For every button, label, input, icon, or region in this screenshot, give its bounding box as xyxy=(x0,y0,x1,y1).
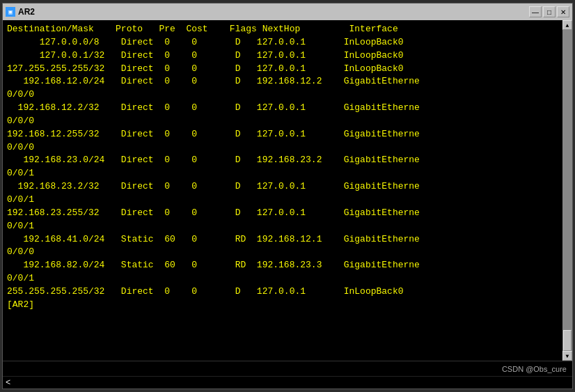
scroll-track[interactable] xyxy=(562,30,572,351)
table-row: 192.168.23.0/24 Direct 0 0 D 192.168.23.… xyxy=(7,154,549,167)
table-row: 0/0/0 xyxy=(7,246,549,259)
table-row: 192.168.12.0/24 Direct 0 0 D 192.168.12.… xyxy=(7,75,549,88)
table-row: 192.168.23.2/32 Direct 0 0 D 127.0.0.1 G… xyxy=(7,180,549,194)
table-row: 0/0/0 xyxy=(7,88,549,102)
bottom-arrow: < xyxy=(6,378,10,388)
terminal[interactable]: Destination/Mask Proto Pre Cost Flags Ne… xyxy=(3,20,562,361)
table-row: 0/0/1 xyxy=(7,194,549,207)
table-row: 127.0.0.0/8 Direct 0 0 D 127.0.0.1 InLoo… xyxy=(7,36,549,49)
terminal-output: Destination/Mask Proto Pre Cost Flags Ne… xyxy=(3,20,553,315)
title-bar: ▣ AR2 — □ ✕ xyxy=(3,3,572,20)
table-row: 0/0/1 xyxy=(7,167,549,180)
status-text: CSDN @Obs_cure xyxy=(502,365,567,373)
app-icon: ▣ xyxy=(6,7,15,17)
close-button[interactable]: ✕ xyxy=(557,6,569,17)
table-header: Destination/Mask Proto Pre Cost Flags Ne… xyxy=(7,23,549,36)
table-row: 127.255.255.255/32 Direct 0 0 D 127.0.0.… xyxy=(7,63,549,76)
scroll-thumb[interactable] xyxy=(563,330,572,351)
table-row: 192.168.41.0/24 Static 60 0 RD 192.168.1… xyxy=(7,233,549,246)
minimize-button[interactable]: — xyxy=(529,6,542,17)
table-row: 192.168.82.0/24 Static 60 0 RD 192.168.2… xyxy=(7,259,549,272)
table-row: 0/0/1 xyxy=(7,220,549,233)
title-bar-buttons: — □ ✕ xyxy=(529,6,569,17)
content-area: Destination/Mask Proto Pre Cost Flags Ne… xyxy=(3,20,572,361)
table-row: 0/0/0 xyxy=(7,115,549,128)
table-row: 192.168.12.255/32 Direct 0 0 D 127.0.0.1… xyxy=(7,128,549,141)
bottom-bar: < xyxy=(3,376,572,389)
scrollbar[interactable]: ▲ ▼ xyxy=(562,20,572,361)
scroll-down-button[interactable]: ▼ xyxy=(562,351,572,361)
table-row: 127.0.0.1/32 Direct 0 0 D 127.0.0.1 InLo… xyxy=(7,49,549,63)
title-bar-left: ▣ AR2 xyxy=(6,7,35,17)
status-bar: CSDN @Obs_cure xyxy=(3,361,572,376)
table-row: 0/0/0 xyxy=(7,141,549,155)
maximize-button[interactable]: □ xyxy=(543,6,556,17)
window-title: AR2 xyxy=(18,7,35,17)
table-row: 192.168.23.255/32 Direct 0 0 D 127.0.0.1… xyxy=(7,207,549,220)
scroll-up-button[interactable]: ▲ xyxy=(562,20,572,30)
table-row: 0/0/1 xyxy=(7,272,549,285)
main-window: ▣ AR2 — □ ✕ Destination/Mask Proto Pre C… xyxy=(2,3,573,389)
table-row: 255.255.255.255/32 Direct 0 0 D 127.0.0.… xyxy=(7,285,549,299)
table-row: 192.168.12.2/32 Direct 0 0 D 127.0.0.1 G… xyxy=(7,102,549,115)
table-row: [AR2] xyxy=(7,299,549,312)
